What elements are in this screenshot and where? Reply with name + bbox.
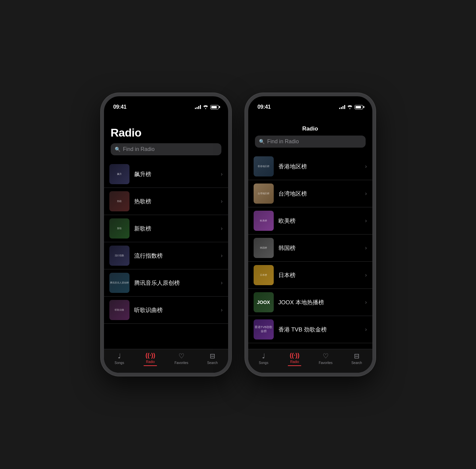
status-bar-right: 09:41 (248, 96, 372, 113)
item-label-liuxing: 流行指数榜 (134, 252, 216, 260)
list-container-right: 香港地区榜 香港地区榜 › 台湾地区榜 台湾地区榜 › (248, 153, 372, 349)
wifi-icon-right (347, 105, 353, 109)
tab-radio-label-right: Radio (290, 360, 299, 364)
item-label-oumei: 欧美榜 (278, 217, 361, 225)
chevron-tvb: › (365, 326, 367, 332)
thumb-oumei: 欧美榜 (254, 211, 274, 231)
battery-icon-left (210, 105, 219, 109)
chevron-xinge: › (221, 225, 222, 231)
thumb-liuxing: 流行指数 (109, 246, 129, 266)
tab-songs-left[interactable]: ♩ Songs (104, 352, 135, 366)
list-item-tvb[interactable]: 香港TVB劲歌金榜 香港 TVB 劲歌金榜 › (248, 316, 372, 343)
item-label-riben: 日本榜 (278, 271, 361, 279)
tab-bar-right: ♩ Songs ((·)) Radio ♡ Favorites ⊟ Sea (248, 349, 372, 373)
search-icon-left: 🔍 (115, 147, 120, 152)
item-label-tingge: 听歌识曲榜 (134, 306, 216, 314)
list-item-tengxun[interactable]: 腾讯音乐人原创榜 腾讯音乐人原创榜 › (104, 269, 228, 297)
favorites-icon-left: ♡ (178, 352, 184, 360)
tab-songs-label-right: Songs (259, 361, 268, 365)
tab-favorites-label-left: Favorites (174, 361, 188, 365)
status-icons-right (339, 105, 363, 109)
item-label-tengxun: 腾讯音乐人原创榜 (134, 279, 216, 287)
dynamic-island-right (290, 111, 330, 123)
thumb-tvb: 香港TVB劲歌金榜 (254, 319, 274, 340)
status-time-right: 09:41 (258, 104, 271, 110)
radio-icon-left: ((·)) (146, 352, 155, 359)
search-placeholder-left: Find in Radio (123, 146, 155, 152)
list-container-left: 飙升 飙升榜 › 热歌 热歌榜 › 新歌 (104, 161, 228, 349)
screen-content-left: Radio 🔍 Find in Radio 飙升 飙升榜 › (104, 123, 228, 373)
thumb-xianggang: 香港地区榜 (254, 156, 274, 176)
list-item-tingge[interactable]: 听歌识曲 听歌识曲榜 › (104, 297, 228, 324)
tab-indicator-left (144, 365, 157, 366)
item-label-xianggang: 香港地区榜 (278, 163, 361, 170)
item-label-tvb: 香港 TVB 劲歌金榜 (278, 326, 361, 333)
tab-search-right[interactable]: ⊟ Search (341, 352, 372, 366)
chevron-liuxing: › (221, 253, 222, 259)
status-bar-left: 09:41 (104, 96, 228, 113)
search-placeholder-right: Find in Radio (267, 139, 299, 145)
list-item-joox[interactable]: JOOX JOOX 本地热播榜 › (248, 289, 372, 316)
search-bar-left[interactable]: 🔍 Find in Radio (111, 143, 221, 155)
wifi-icon-left (203, 105, 208, 109)
item-label-taiwan: 台湾地区榜 (278, 190, 361, 198)
list-item-oumei[interactable]: 欧美榜 欧美榜 › (248, 207, 372, 235)
thumb-riben: 日本榜 (254, 265, 274, 285)
radio-icon-right: ((·)) (290, 352, 300, 359)
status-time-left: 09:41 (113, 104, 126, 110)
item-label-xinge: 新歌榜 (134, 225, 216, 232)
list-item-taiwan[interactable]: 台湾地区榜 台湾地区榜 › (248, 180, 372, 207)
left-phone-frame: 09:41 (101, 93, 231, 376)
list-item-xinge[interactable]: 新歌 新歌榜 › (104, 215, 228, 242)
status-icons-left (195, 105, 219, 109)
thumb-rege: 热歌 (109, 191, 129, 211)
search-tab-icon-left: ⊟ (210, 352, 215, 360)
list-item-xianggang[interactable]: 香港地区榜 香港地区榜 › (248, 153, 372, 180)
songs-icon-right: ♩ (262, 352, 265, 360)
page-title-right: Radio (255, 125, 366, 132)
tab-radio-right[interactable]: ((·)) Radio (279, 352, 310, 366)
left-phone: 09:41 (101, 93, 231, 376)
favorites-icon-right: ♡ (323, 352, 329, 360)
chevron-tengxun: › (221, 280, 222, 286)
chevron-riben: › (365, 272, 367, 278)
tab-favorites-left[interactable]: ♡ Favorites (166, 352, 197, 366)
list-item-piaosheng[interactable]: 飙升 飙升榜 › (104, 161, 228, 188)
tab-radio-label-left: Radio (146, 360, 155, 364)
list-item-rege[interactable]: 热歌 热歌榜 › (104, 188, 228, 215)
chevron-joox: › (365, 299, 367, 305)
tab-songs-right[interactable]: ♩ Songs (248, 352, 279, 366)
radio-header-left: Radio 🔍 Find in Radio (104, 123, 228, 161)
chevron-tingge: › (221, 307, 222, 313)
thumb-taiwan: 台湾地区榜 (254, 184, 274, 204)
list-item-hanguo[interactable]: 韩国榜 韩国榜 › (248, 235, 372, 262)
tab-radio-left[interactable]: ((·)) Radio (135, 352, 166, 366)
tab-favorites-right[interactable]: ♡ Favorites (310, 352, 341, 366)
page-title-left: Radio (111, 126, 221, 139)
item-label-hanguo: 韩国榜 (278, 244, 361, 252)
list-item-liuxing[interactable]: 流行指数 流行指数榜 › (104, 242, 228, 269)
search-bar-right[interactable]: 🔍 Find in Radio (255, 136, 366, 148)
search-tab-icon-right: ⊟ (354, 352, 360, 360)
signal-icon-left (195, 105, 201, 109)
chevron-rege: › (221, 198, 222, 204)
thumb-hanguo: 韩国榜 (254, 238, 274, 258)
search-icon-right: 🔍 (259, 139, 265, 144)
tab-songs-label-left: Songs (115, 361, 124, 365)
signal-icon-right (339, 105, 345, 109)
chevron-hanguo: › (365, 245, 367, 251)
list-item-riben[interactable]: 日本榜 日本榜 › (248, 262, 372, 289)
right-phone: 09:41 (245, 93, 376, 376)
screen-content-right: Radio 🔍 Find in Radio 香港地区榜 香港地区榜 › (248, 123, 372, 373)
right-phone-screen: 09:41 (248, 96, 372, 373)
tab-indicator-right (288, 365, 301, 366)
tab-search-left[interactable]: ⊟ Search (197, 352, 228, 366)
dynamic-island-left (146, 111, 186, 123)
chevron-piaosheng: › (221, 171, 222, 177)
battery-icon-right (355, 105, 363, 109)
chevron-taiwan: › (365, 191, 367, 197)
songs-icon-left: ♩ (118, 352, 121, 360)
tab-bar-left: ♩ Songs ((·)) Radio ♡ Favorites ⊟ Sea (104, 349, 228, 373)
radio-header-right: Radio 🔍 Find in Radio (248, 123, 372, 153)
thumb-joox: JOOX (254, 292, 274, 312)
